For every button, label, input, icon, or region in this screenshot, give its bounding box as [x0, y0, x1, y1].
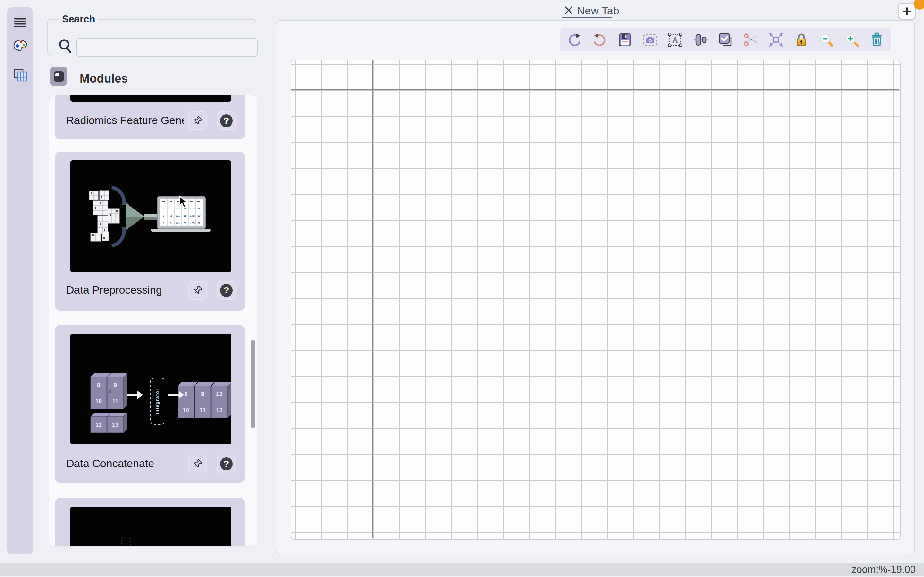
pin-icon [193, 285, 202, 295]
svg-text:15: 15 [170, 214, 172, 217]
save-button[interactable] [616, 31, 634, 49]
svg-text:10: 10 [183, 407, 189, 413]
zoom-in-button[interactable] [843, 31, 861, 49]
svg-text:8: 8 [170, 222, 172, 224]
lock-icon [794, 32, 809, 48]
svg-text:8: 8 [163, 207, 165, 210]
svg-text:8: 8 [97, 382, 100, 388]
menu-button[interactable] [12, 15, 29, 31]
svg-text:10: 10 [170, 207, 172, 210]
modules-scrollbar[interactable] [251, 340, 255, 428]
hamburger-icon [14, 18, 26, 28]
preprocessing-illustration: 8 10 13.7 75 1.23 65 1 15 18.2 55 1.78 8… [70, 160, 231, 272]
svg-text:73: 73 [184, 222, 186, 224]
canvas-grid[interactable] [291, 60, 901, 540]
expand-icon [768, 32, 784, 48]
lock-button[interactable] [792, 31, 810, 49]
align-nodes-icon [693, 32, 708, 48]
svg-text:11: 11 [199, 407, 206, 413]
screenshot-select-button[interactable] [641, 31, 659, 49]
zoom-out-icon [819, 32, 834, 48]
module-card-label: Data Preprocessing [66, 279, 184, 300]
svg-text:1.65: 1.65 [190, 222, 194, 224]
undo-icon [567, 32, 582, 48]
theme-palette-button[interactable] [12, 37, 29, 54]
zoom-level-text: zoom:%-19.00 [852, 563, 916, 576]
cut-button[interactable] [742, 31, 760, 49]
save-icon [617, 32, 633, 48]
modules-list: Radiomics Feature Gene ? [49, 95, 257, 547]
svg-text:Integrator: Integrator [155, 388, 160, 414]
grid-major-vline [372, 60, 373, 538]
svg-text:6.3: 6.3 [176, 222, 180, 224]
svg-text:55: 55 [184, 214, 186, 217]
svg-text:8: 8 [184, 391, 188, 397]
svg-text:1: 1 [163, 214, 165, 217]
module-thumbnail [70, 507, 231, 547]
module-thumbnail: 8 9 10 11 12 13 8 9 12 10 11 13 [70, 334, 231, 444]
pin-button[interactable] [188, 111, 207, 130]
modules-title: Modules [80, 72, 128, 85]
checkbox-icon [718, 32, 733, 48]
text-tool-icon: A [667, 32, 683, 48]
pin-button[interactable] [188, 455, 207, 473]
close-icon [564, 6, 573, 15]
help-button[interactable]: ? [217, 281, 236, 300]
pin-icon [193, 116, 202, 126]
canvas-toolbar: A [560, 28, 891, 52]
search-icon [58, 38, 73, 55]
search-input[interactable] [76, 38, 258, 56]
svg-text:13: 13 [216, 407, 222, 413]
pin-icon [193, 459, 202, 469]
status-bar: zoom:%-19.00 [0, 563, 924, 576]
svg-text:13: 13 [112, 422, 119, 428]
module-card-data-concatenate[interactable]: 8 9 10 11 12 13 8 9 12 10 11 13 [55, 325, 245, 482]
module-icon [53, 71, 64, 82]
modules-section-button[interactable] [50, 67, 67, 86]
svg-text:62: 62 [198, 222, 201, 224]
svg-text:12: 12 [216, 391, 222, 397]
module-card-partial[interactable] [55, 498, 245, 547]
search-legend: Search [59, 13, 98, 25]
zoom-out-button[interactable] [817, 31, 836, 49]
svg-text:A: A [672, 35, 679, 45]
tab-close-button[interactable] [563, 5, 574, 16]
app-window: Search Modules Radiomics Feature Gene [0, 0, 924, 577]
question-icon: ? [220, 114, 233, 127]
help-button[interactable]: ? [217, 455, 236, 473]
mouse-cursor [178, 195, 192, 210]
scissors-icon [743, 32, 758, 48]
active-tab-indicator [562, 17, 612, 18]
module-card-data-preprocessing[interactable]: 8 10 13.7 75 1.23 65 1 15 18.2 55 1.78 8… [55, 152, 245, 311]
screenshot-icon [643, 32, 658, 48]
partial-illustration [70, 507, 231, 547]
grid-major-hline [291, 89, 898, 90]
select-check-button[interactable] [717, 31, 734, 49]
tables-button[interactable] [12, 67, 29, 84]
module-thumbnail: 8 10 13.7 75 1.23 65 1 15 18.2 55 1.78 8… [70, 160, 231, 272]
svg-text:1.78: 1.78 [190, 214, 194, 217]
table-icon [13, 68, 27, 83]
redo-button[interactable] [591, 31, 609, 49]
module-card-radiomics[interactable]: Radiomics Feature Gene ? [55, 95, 245, 139]
left-icon-rail [7, 7, 33, 554]
fit-expand-button[interactable] [767, 31, 785, 49]
text-tool-button[interactable]: A [666, 31, 684, 49]
redo-icon [592, 32, 607, 48]
new-tab-button[interactable]: + [898, 3, 916, 20]
question-icon: ? [220, 284, 233, 297]
svg-text:9: 9 [163, 222, 165, 224]
svg-text:10: 10 [95, 398, 102, 405]
align-nodes-button[interactable] [691, 31, 710, 49]
trash-icon [869, 32, 884, 48]
help-button[interactable]: ? [217, 111, 236, 130]
tab-new-tab[interactable]: New Tab [577, 5, 619, 17]
undo-button[interactable] [566, 31, 583, 49]
pin-button[interactable] [188, 281, 207, 300]
svg-text:65: 65 [198, 207, 201, 210]
svg-text:9: 9 [114, 382, 117, 388]
question-icon: ? [220, 458, 233, 470]
delete-button[interactable] [868, 31, 886, 49]
svg-text:12: 12 [95, 422, 102, 428]
search-panel: Search [47, 13, 256, 55]
